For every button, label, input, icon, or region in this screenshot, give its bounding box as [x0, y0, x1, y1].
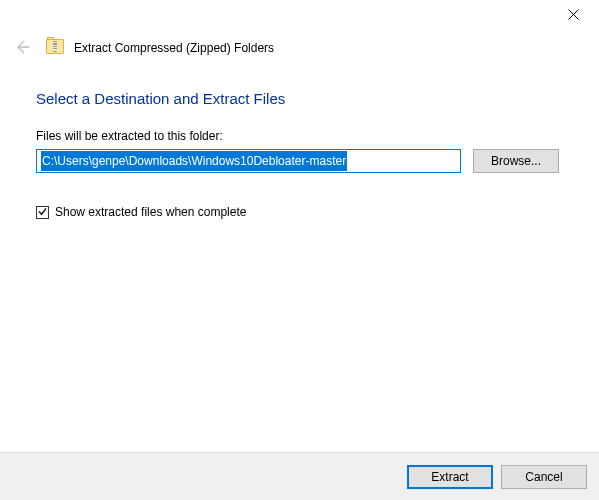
footer: Extract Cancel — [0, 452, 599, 500]
header: Extract Compressed (Zipped) Folders — [0, 32, 599, 72]
instruction-heading: Select a Destination and Extract Files — [36, 90, 563, 107]
destination-path-input[interactable]: C:\Users\genpe\Downloads\Windows10Debloa… — [36, 149, 461, 173]
path-label: Files will be extracted to this folder: — [36, 129, 563, 143]
back-button[interactable] — [10, 36, 34, 60]
cancel-button[interactable]: Cancel — [501, 465, 587, 489]
window-title: Extract Compressed (Zipped) Folders — [74, 41, 274, 55]
content-area: Select a Destination and Extract Files F… — [0, 72, 599, 219]
zip-folder-icon — [46, 37, 64, 59]
wizard-window: Extract Compressed (Zipped) Folders Sele… — [0, 0, 599, 500]
path-selected-text: C:\Users\genpe\Downloads\Windows10Debloa… — [41, 151, 347, 171]
path-row: C:\Users\genpe\Downloads\Windows10Debloa… — [36, 149, 563, 173]
show-files-row: Show extracted files when complete — [36, 205, 563, 219]
arrow-left-icon — [14, 39, 30, 58]
close-icon — [568, 9, 579, 23]
titlebar — [0, 0, 599, 32]
browse-button[interactable]: Browse... — [473, 149, 559, 173]
close-button[interactable] — [553, 2, 593, 30]
show-files-checkbox[interactable] — [36, 206, 49, 219]
check-icon — [38, 205, 47, 219]
show-files-label: Show extracted files when complete — [55, 205, 246, 219]
extract-button[interactable]: Extract — [407, 465, 493, 489]
